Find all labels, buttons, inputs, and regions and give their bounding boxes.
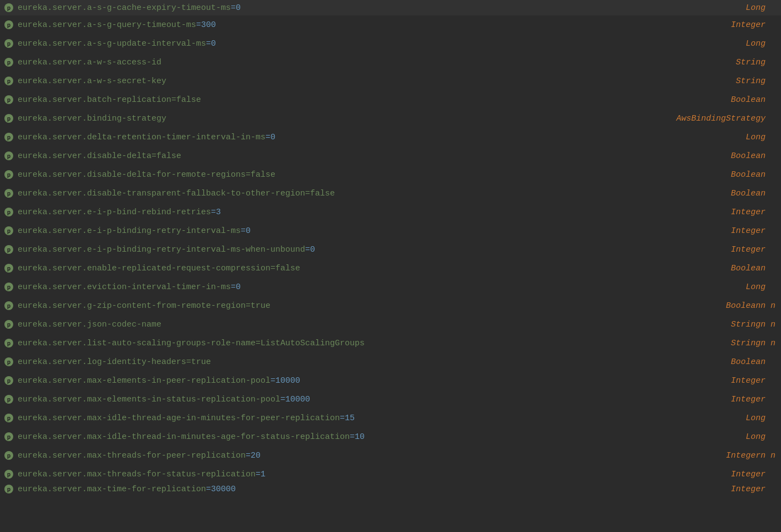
property-badge: p (4, 432, 13, 441)
key-text: eureka.server.disable-transparent-fallba… (18, 189, 305, 198)
key-text: eureka.server.max-idle-thread-age-in-min… (18, 414, 340, 423)
key-text: eureka.server.enable-replicated-request-… (18, 264, 270, 273)
property-value: =10000 (270, 376, 300, 386)
property-key: eureka.server.max-time-for-replication=3… (18, 485, 666, 494)
table-row[interactable]: peureka.server.e-i-p-binding-retry-inter… (0, 221, 781, 240)
table-row[interactable]: peureka.server.max-threads-for-peer-repl… (0, 446, 781, 465)
property-badge: p (4, 151, 13, 160)
table-row[interactable]: peureka.server.a-w-s-access-idString (0, 53, 781, 72)
property-type: String (666, 77, 777, 86)
property-type: Integer (666, 376, 777, 386)
property-value: =false (270, 264, 300, 273)
key-text: eureka.server.eviction-interval-timer-in… (18, 283, 231, 292)
property-key: eureka.server.log-identity-headers=true (18, 357, 666, 367)
table-row[interactable]: peureka.server.json-codec-nameString (0, 315, 781, 334)
key-text: eureka.server.a-s-g-cache-expiry-timeout… (18, 3, 231, 13)
table-row[interactable]: peureka.server.delta-retention-timer-int… (0, 128, 781, 146)
property-key: eureka.server.max-idle-thread-age-in-min… (18, 414, 666, 423)
property-key: eureka.server.json-codec-name (18, 320, 666, 329)
property-key: eureka.server.e-i-p-binding-retry-interv… (18, 245, 666, 254)
property-value: =0 (206, 39, 216, 48)
table-row[interactable]: peureka.server.eviction-interval-timer-i… (0, 278, 781, 296)
key-text: eureka.server.max-threads-for-peer-repli… (18, 451, 246, 460)
property-type: String (666, 339, 777, 348)
table-row[interactable]: peureka.server.disable-delta=falseBoolea… (0, 146, 781, 165)
table-row[interactable]: peureka.server.disable-transparent-fallb… (0, 184, 781, 203)
table-row[interactable]: peureka.server.a-s-g-query-timeout-ms=30… (0, 15, 781, 34)
property-badge: p (4, 470, 13, 479)
table-row[interactable]: peureka.server.max-idle-thread-age-in-mi… (0, 409, 781, 427)
table-row[interactable]: peureka.server.max-threads-for-status-re… (0, 465, 781, 484)
key-text: eureka.server.list-auto-scaling-groups-r… (18, 339, 256, 348)
key-text: eureka.server.a-s-g-update-interval-ms (18, 39, 206, 48)
property-key: eureka.server.binding-strategy (18, 114, 666, 123)
table-row[interactable]: peureka.server.e-i-p-binding-retry-inter… (0, 240, 781, 259)
property-value: =10 (350, 432, 365, 442)
table-row[interactable]: peureka.server.list-auto-scaling-groups-… (0, 334, 781, 352)
table-row[interactable]: peureka.server.binding-strategyAwsBindin… (0, 109, 781, 128)
property-type: Long (666, 432, 777, 442)
table-row[interactable]: peureka.server.enable-replicated-request… (0, 259, 781, 278)
property-type: Integer (666, 470, 777, 479)
property-badge: p (4, 189, 13, 198)
property-key: eureka.server.list-auto-scaling-groups-r… (18, 339, 666, 348)
property-value: =false (151, 151, 181, 161)
table-row[interactable]: peureka.server.e-i-p-bind-rebind-retries… (0, 203, 781, 221)
property-type: Long (666, 283, 777, 292)
property-type: Long (666, 3, 777, 13)
code-view: peureka.server.a-s-g-cache-expiry-timeou… (0, 0, 781, 532)
property-type: Long (666, 414, 777, 423)
key-text: eureka.server.max-idle-thread-in-minutes… (18, 432, 350, 442)
property-type: Boolean (666, 264, 777, 273)
property-key: eureka.server.a-s-g-cache-expiry-timeout… (18, 3, 666, 13)
property-value: =0 (231, 3, 241, 13)
property-type: Integer (666, 208, 777, 217)
table-row[interactable]: peureka.server.a-s-g-cache-expiry-timeou… (0, 0, 781, 15)
table-row[interactable]: peureka.server.max-time-for-replication=… (0, 484, 781, 495)
key-text: eureka.server.e-i-p-binding-retry-interv… (18, 245, 305, 254)
property-badge: p (4, 264, 13, 273)
property-value: =0 (305, 245, 315, 254)
property-value: =0 (265, 133, 275, 142)
property-type: AwsBindingStrategy (666, 114, 777, 123)
key-text: eureka.server.max-elements-in-status-rep… (18, 395, 280, 404)
property-key: eureka.server.e-i-p-bind-rebind-retries=… (18, 208, 666, 217)
table-row[interactable]: peureka.server.disable-delta-for-remote-… (0, 165, 781, 184)
property-badge: p (4, 114, 13, 123)
key-text: eureka.server.batch-replication (18, 95, 171, 105)
table-row[interactable]: peureka.server.max-idle-thread-in-minute… (0, 427, 781, 446)
key-text: eureka.server.max-elements-in-peer-repli… (18, 376, 270, 386)
property-key: eureka.server.a-s-g-query-timeout-ms=300 (18, 20, 666, 30)
table-row[interactable]: peureka.server.a-s-g-update-interval-ms=… (0, 34, 781, 53)
property-value: =30000 (206, 485, 236, 494)
property-badge: p (4, 301, 13, 310)
property-key: eureka.server.disable-delta=false (18, 151, 666, 161)
property-type: String (666, 58, 777, 67)
key-text: eureka.server.binding-strategy (18, 114, 166, 123)
property-badge: p (4, 376, 13, 385)
table-row[interactable]: peureka.server.max-elements-in-peer-repl… (0, 371, 781, 390)
table-row[interactable]: peureka.server.log-identity-headers=true… (0, 352, 781, 371)
property-badge: p (4, 357, 13, 366)
property-badge: p (4, 283, 13, 291)
table-row[interactable]: peureka.server.a-w-s-secret-keyString (0, 72, 781, 90)
property-badge: p (4, 39, 13, 48)
key-text: eureka.server.e-i-p-binding-retry-interv… (18, 226, 241, 236)
table-row[interactable]: peureka.server.g-zip-content-from-remote… (0, 296, 781, 315)
property-type: Long (666, 39, 777, 48)
property-key: eureka.server.max-threads-for-status-rep… (18, 470, 666, 479)
key-text: eureka.server.max-threads-for-status-rep… (18, 470, 256, 479)
table-row[interactable]: peureka.server.batch-replication=falseBo… (0, 90, 781, 109)
key-text: eureka.server.max-time-for-replication (18, 485, 206, 494)
property-type: Boolean (666, 95, 777, 105)
property-type: Integer (666, 245, 777, 254)
property-key: eureka.server.disable-transparent-fallba… (18, 189, 666, 198)
property-key: eureka.server.a-w-s-access-id (18, 58, 666, 67)
property-type: Integer (666, 395, 777, 404)
property-badge: p (4, 133, 13, 142)
table-row[interactable]: peureka.server.max-elements-in-status-re… (0, 390, 781, 409)
property-key: eureka.server.a-w-s-secret-key (18, 77, 666, 86)
property-value: =ListAutoScalingGroups (256, 339, 365, 348)
property-type: Boolean (666, 357, 777, 367)
key-text: eureka.server.json-codec-name (18, 320, 161, 329)
